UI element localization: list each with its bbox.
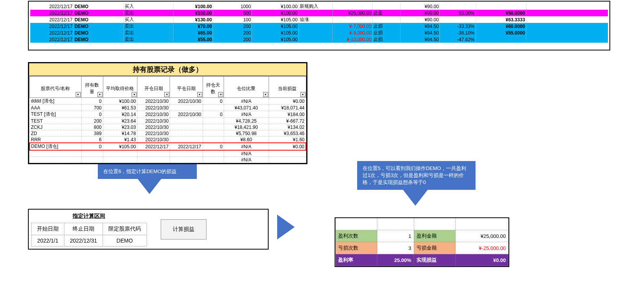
hold-cell: ¥0.00: [269, 143, 306, 150]
tx-cell: 100: [213, 16, 252, 23]
hold-cell: 2022/10/30: [137, 118, 170, 124]
hold-row: AAA700¥61.532022/10/30¥43,071.40¥18,071.…: [30, 105, 306, 111]
hold-cell: dddd [清仓]: [30, 98, 81, 105]
loss-amount-value: ¥-25,000.00: [455, 242, 508, 254]
tx-cell: 200: [213, 36, 252, 43]
filter-arrow-icon[interactable]: ▾: [263, 92, 268, 97]
hold-cell: ZCKJ: [30, 124, 81, 130]
hold-cell: ¥61.53: [103, 105, 137, 111]
hold-row: dddd [清仓]0¥100.002022/10/302022/10/300#N…: [30, 98, 306, 105]
tx-cell: 2022/12/17: [30, 10, 73, 16]
tx-cell: 卖出: [124, 29, 174, 36]
range-panel: 指定计算区间 开始日期 终止日期 限定股票代码 2022/1/1 2022/12…: [28, 209, 269, 250]
filter-arrow-icon[interactable]: ▾: [300, 92, 306, 97]
hold-cell: [203, 130, 224, 137]
hold-cell: [81, 157, 103, 163]
calc-button[interactable]: 计算损益: [161, 219, 207, 239]
hold-cell: 2022/10/30: [137, 98, 170, 105]
hold-cell: #N/A: [224, 111, 269, 118]
hold-cell: #N/A: [224, 157, 269, 163]
hold-header[interactable]: 仓位比重▾: [224, 76, 269, 98]
holdings-table: 股票代号/名称▾持有数量▾平均取得价格▾开仓日期▾平仓日期▾持仓天数▾仓位比重▾…: [29, 76, 306, 163]
hold-header[interactable]: 开仓日期▾: [137, 76, 170, 98]
tx-cell: 2022/12/17: [30, 36, 73, 43]
tx-row: 2022/12/17DEMO卖出¥150.00500¥100.00¥25,000…: [30, 10, 608, 16]
tx-cell: [476, 36, 526, 43]
tx-cell: ¥100.00: [174, 3, 213, 10]
tx-cell: 买入: [124, 3, 174, 10]
range-h-end: 终止日期: [64, 223, 103, 235]
hold-row: TEST [清仓]0¥20.142022/10/302022/10/300#N/…: [30, 111, 306, 118]
tx-cell: [440, 16, 476, 23]
profit-rate-label: 盈利率: [336, 254, 377, 266]
tx-cell: DEMO: [73, 29, 123, 36]
hold-cell: 389: [81, 130, 103, 137]
hold-header[interactable]: 平仓日期▾: [170, 76, 203, 98]
tx-cell: ¥90.00: [401, 16, 440, 23]
tx-cell: ¥63.3333: [476, 16, 526, 23]
tx-cell: ¥25,000.00: [333, 10, 373, 16]
tx-cell: [440, 3, 476, 10]
filter-arrow-icon[interactable]: ▾: [97, 92, 102, 97]
tx-cell: [333, 3, 373, 10]
hold-cell: [203, 137, 224, 143]
tx-cell: 2022/12/17: [30, 16, 73, 23]
callout-pos6-arrow: [136, 177, 163, 194]
realized-pl-value: ¥0.00: [455, 254, 508, 266]
range-stock-code[interactable]: DEMO: [103, 235, 147, 246]
hold-header-label: 开仓日期: [144, 86, 163, 91]
tx-cell: 卖出: [124, 23, 174, 29]
realized-pl-label: 实现损益: [414, 254, 455, 266]
filter-arrow-icon[interactable]: ▾: [132, 92, 137, 97]
hold-header[interactable]: 持仓天数▾: [203, 76, 224, 98]
hold-cell: ¥-667.72: [269, 118, 306, 124]
hold-cell: 0: [203, 143, 224, 150]
hold-cell: 0: [81, 143, 103, 150]
hold-cell: [170, 157, 203, 163]
hold-header[interactable]: 持有数量▾: [81, 76, 103, 98]
hold-row: DEMO [清仓]0¥105.002022/12/172022/12/170#N…: [30, 143, 306, 150]
hold-header-label: 股票代号/名称: [41, 86, 70, 91]
tx-cell: DEMO: [73, 23, 123, 29]
tx-cell: 2022/12/17: [30, 23, 73, 29]
tx-cell: 2022/12/17: [30, 3, 73, 10]
callout-pos5: 在位置5，可以看到我们操作DEMO，一共盈利过1次，亏损3次，但是盈利和亏损是一…: [357, 161, 476, 190]
hold-cell: #N/A: [224, 150, 269, 157]
hold-cell: ¥23.03: [103, 124, 137, 130]
hold-cell: DEMO [清仓]: [30, 143, 81, 150]
tx-cell: [526, 10, 608, 16]
tx-cell: ¥50.0000: [476, 10, 526, 16]
hold-header[interactable]: 当前损益▾: [269, 76, 306, 98]
hold-header[interactable]: 股票代号/名称▾: [30, 76, 81, 98]
loss-count-label: 亏损次数: [336, 242, 377, 254]
filter-arrow-icon[interactable]: ▾: [197, 92, 202, 97]
tx-cell: ¥60.0000: [476, 23, 526, 29]
profit-count-value: 1: [377, 230, 414, 242]
hold-cell: [269, 150, 306, 157]
hold-cell: [203, 124, 224, 130]
tx-cell: [526, 23, 608, 29]
tx-cell: ¥105.00: [252, 36, 299, 43]
hold-cell: [30, 157, 81, 163]
range-end-date[interactable]: 2022/12/31: [64, 235, 103, 246]
tx-cell: -33.33%: [440, 23, 476, 29]
tx-cell: ¥-7,000.00: [333, 23, 373, 29]
hold-header-label: 当前损益: [278, 86, 297, 91]
tx-cell: ¥100.00: [252, 10, 299, 16]
tx-cell: 追涨: [299, 16, 333, 23]
range-start-date[interactable]: 2022/1/1: [31, 235, 64, 246]
filter-arrow-icon[interactable]: ▾: [76, 92, 81, 97]
loss-count-value: 3: [377, 242, 414, 254]
hold-cell: [203, 150, 224, 157]
hold-cell: [170, 150, 203, 157]
hold-header-label: 平均取得价格: [106, 86, 134, 91]
tx-cell: ¥130.00: [174, 16, 213, 23]
range-title: 指定计算区间: [31, 212, 147, 223]
hold-cell: [170, 130, 203, 137]
hold-header[interactable]: 平均取得价格▾: [103, 76, 137, 98]
tx-cell: 2022/12/17: [30, 29, 73, 36]
filter-arrow-icon[interactable]: ▾: [164, 92, 169, 97]
tx-row: 2022/12/17DEMO买入¥100.001000¥100.00新规购入¥9…: [30, 3, 608, 10]
tx-cell: 止损: [373, 23, 401, 29]
filter-arrow-icon[interactable]: ▾: [218, 92, 223, 97]
